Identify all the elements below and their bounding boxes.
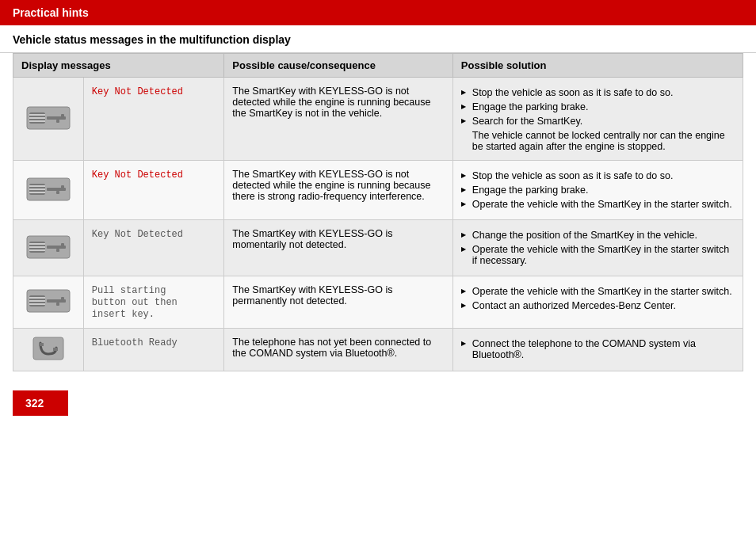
svg-rect-11: [29, 188, 45, 190]
status-table: Display messages Possible cause/conseque…: [13, 53, 743, 371]
svg-rect-31: [56, 303, 59, 306]
header-bar: Practical hints: [0, 0, 756, 25]
section-title: Vehicle status messages in the multifunc…: [0, 25, 756, 53]
svg-rect-3: [29, 117, 45, 119]
solution-item: Stop the vehicle as soon as it is safe t…: [461, 169, 735, 183]
cause-cell: The SmartKey with KEYLESS-GO is permanen…: [224, 276, 453, 329]
svg-rect-4: [29, 120, 45, 122]
display-msg-cell: Pull starting button out then insert key…: [83, 276, 224, 329]
svg-rect-27: [29, 300, 45, 302]
cause-cell: The SmartKey with KEYLESS-GO is not dete…: [224, 78, 453, 161]
footer-page-number-container: 322: [0, 384, 756, 422]
icon-cell: [13, 78, 84, 161]
table-container: Display messages Possible cause/conseque…: [0, 53, 756, 384]
solution-item: Contact an authorized Mercedes-Benz Cent…: [461, 299, 735, 313]
icon-cell: [13, 220, 84, 276]
icon-cell: [13, 276, 84, 329]
solution-cell: Stop the vehicle as soon as it is safe t…: [452, 161, 743, 220]
svg-rect-26: [29, 297, 45, 299]
svg-rect-18: [29, 243, 45, 245]
solution-cell: Stop the vehicle as soon as it is safe t…: [452, 78, 743, 161]
svg-rect-14: [61, 185, 64, 188]
svg-rect-23: [56, 249, 59, 252]
svg-rect-32: [33, 337, 63, 360]
cause-cell: The SmartKey with KEYLESS-GO is momentar…: [224, 220, 453, 276]
solution-item: Change the position of the SmartKey in t…: [461, 228, 735, 242]
table-header-row: Display messages Possible cause/conseque…: [13, 54, 743, 78]
solution-cell: Connect the telephone to the COMAND syst…: [452, 329, 743, 371]
svg-rect-15: [56, 191, 59, 194]
solution-cell: Operate the vehicle with the SmartKey in…: [452, 276, 743, 329]
svg-rect-6: [61, 114, 64, 117]
table-row: Key Not DetectedThe SmartKey with KEYLES…: [13, 161, 743, 220]
solution-item: Search for the SmartKey.: [461, 114, 735, 128]
svg-rect-19: [29, 246, 45, 248]
cause-cell: The telephone has not yet been connected…: [224, 329, 453, 371]
cause-cell: The SmartKey with KEYLESS-GO is not dete…: [224, 161, 453, 220]
solution-item: Connect the telephone to the COMAND syst…: [461, 337, 735, 362]
svg-rect-10: [29, 185, 45, 187]
solution-item: Engage the parking brake.: [461, 183, 735, 197]
solution-note: The vehicle cannot be locked centrally n…: [461, 130, 735, 152]
page-number: 322: [13, 390, 68, 416]
svg-rect-20: [29, 249, 45, 251]
col-header-cause: Possible cause/consequence: [224, 54, 453, 78]
solution-item: Stop the vehicle as soon as it is safe t…: [461, 86, 735, 100]
display-msg-cell: Key Not Detected: [83, 78, 224, 161]
svg-rect-30: [61, 297, 64, 300]
svg-rect-22: [61, 243, 64, 246]
icon-cell: [13, 161, 84, 220]
display-msg-cell: Key Not Detected: [83, 161, 224, 220]
solution-cell: Change the position of the SmartKey in t…: [452, 220, 743, 276]
svg-rect-2: [29, 114, 45, 116]
table-row: Pull starting button out then insert key…: [13, 276, 743, 329]
solution-item: Operate the vehicle with the SmartKey in…: [461, 242, 735, 268]
display-msg-cell: Bluetooth Ready: [83, 329, 224, 371]
icon-cell: [13, 329, 84, 371]
svg-rect-7: [56, 120, 59, 123]
table-row: Key Not DetectedThe SmartKey with KEYLES…: [13, 220, 743, 276]
table-row: Bluetooth ReadyThe telephone has not yet…: [13, 329, 743, 371]
svg-rect-12: [29, 192, 45, 193]
solution-item: Operate the vehicle with the SmartKey in…: [461, 284, 735, 299]
solution-item: Operate the vehicle with the SmartKey in…: [461, 197, 735, 211]
col-header-solution: Possible solution: [452, 54, 743, 78]
col-header-display: Display messages: [13, 54, 224, 78]
table-row: Key Not DetectedThe SmartKey with KEYLES…: [13, 78, 743, 161]
header-title: Practical hints: [0, 0, 756, 25]
svg-rect-28: [29, 303, 45, 305]
solution-item: Engage the parking brake.: [461, 100, 735, 114]
display-msg-cell: Key Not Detected: [83, 220, 224, 276]
